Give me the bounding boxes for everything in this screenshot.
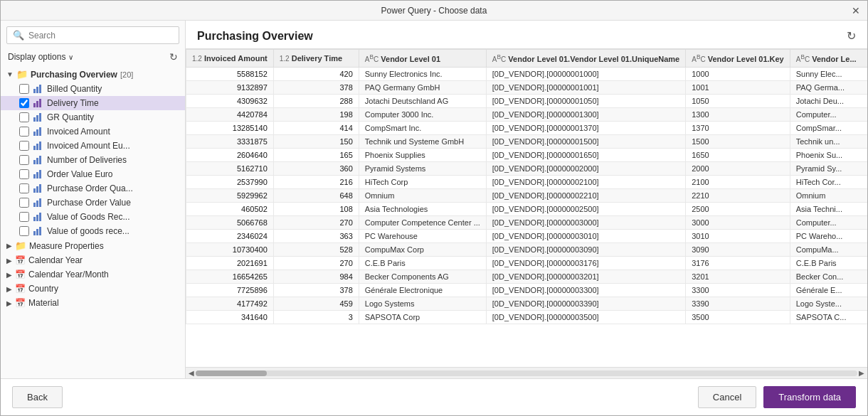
cell-invoiced: 2604640 — [186, 149, 274, 162]
checkbox-gr-quantity[interactable] — [19, 112, 29, 122]
tree-item-billed-quantity[interactable]: Billed Quantity — [1, 82, 185, 96]
col-header-unique-name[interactable]: ABC Vendor Level 01.Vendor Level 01.Uniq… — [486, 50, 685, 68]
table-row[interactable]: 9132897 378 PAQ Germany GmbH [0D_VENDOR]… — [186, 81, 868, 95]
cell-delivery: 165 — [273, 149, 359, 162]
table-row[interactable]: 5066768 270 Computer Competence Center .… — [186, 216, 868, 230]
tree-item-order-value-euro[interactable]: Order Value Euro — [1, 167, 185, 181]
checkbox-delivery-time[interactable] — [19, 98, 29, 108]
col-header-delivery-time[interactable]: 1.2 Delivery Time — [273, 50, 359, 68]
table-row[interactable]: 13285140 414 CompSmart Inc. [0D_VENDOR].… — [186, 122, 868, 135]
table-row[interactable]: 4177492 459 Logo Systems [0D_VENDOR].[00… — [186, 297, 868, 311]
checkbox-billed-quantity[interactable] — [19, 84, 29, 94]
subgroup-measure-properties[interactable]: ▶ 📁 Measure Properties — [1, 238, 185, 253]
cell-unique: [0D_VENDOR].[00000003500] — [486, 311, 685, 324]
refresh-icon[interactable]: ↻ — [169, 51, 178, 63]
display-options-label[interactable]: Display options ∨ — [8, 52, 73, 62]
subgroup-material[interactable]: ▶ 📅 Material — [1, 296, 185, 310]
panel-refresh-icon[interactable]: ↻ — [847, 29, 856, 43]
table-row[interactable]: 5929962 648 Omnium [0D_VENDOR].[00000002… — [186, 189, 868, 203]
scroll-thumb[interactable] — [196, 370, 267, 376]
item-label-number-of-deliveries: Number of Deliveries — [47, 155, 127, 165]
scroll-right-arrow[interactable]: ▶ — [857, 369, 866, 377]
scroll-left-arrow[interactable]: ◀ — [187, 369, 196, 377]
tree-item-invoiced-amount-eu[interactable]: Invoiced Amount Eu... — [1, 139, 185, 153]
checkbox-number-of-deliveries[interactable] — [19, 155, 29, 165]
tree-item-purchase-order-qua[interactable]: Purchase Order Qua... — [1, 181, 185, 196]
tree-item-value-of-goods-rec1[interactable]: Value of Goods Rec... — [1, 210, 185, 224]
table-row[interactable]: 16654265 984 Becker Components AG [0D_VE… — [186, 270, 868, 284]
cell-unique: [0D_VENDOR].[00000002000] — [486, 162, 685, 176]
col-header-invoiced-amount[interactable]: 1.2 Invoiced Amount — [186, 50, 274, 68]
search-input[interactable] — [28, 31, 173, 41]
data-table: 1.2 Invoiced Amount 1.2 Delivery Time AB… — [186, 49, 867, 324]
checkbox-purchase-order-qua[interactable] — [19, 183, 29, 193]
expand-arrow-icon: ▶ — [6, 242, 12, 250]
tree-item-delivery-time[interactable]: Delivery Time — [1, 96, 185, 110]
table-row[interactable]: 5162710 360 Pyramid Systems [0D_VENDOR].… — [186, 162, 868, 176]
tree-item-invoiced-amount[interactable]: Invoiced Amount — [1, 124, 185, 139]
subgroup-country[interactable]: ▶ 📅 Country — [1, 282, 185, 296]
cell-invoiced: 5162710 — [186, 162, 274, 176]
cell-key: 3090 — [686, 243, 790, 257]
checkbox-value-goods-rec2[interactable] — [19, 226, 29, 236]
tree-item-purchase-order-value[interactable]: Purchase Order Value — [1, 196, 185, 210]
table-row[interactable]: 2604640 165 Phoenix Supplies [0D_VENDOR]… — [186, 149, 868, 162]
footer: Back Cancel Transform data — [1, 378, 867, 415]
table-row[interactable]: 2021691 270 C.E.B Paris [0D_VENDOR].[000… — [186, 257, 868, 270]
table-row[interactable]: 5588152 420 Sunny Electronics Inc. [0D_V… — [186, 68, 868, 81]
item-label-delivery-time: Delivery Time — [47, 98, 99, 108]
group-purchasing-overview-header[interactable]: ▼ 📁 Purchasing Overview [20] — [1, 67, 185, 82]
subgroup-calendar-year-month[interactable]: ▶ 📅 Calendar Year/Month — [1, 267, 185, 282]
checkbox-purchase-order-value[interactable] — [19, 198, 29, 208]
scroll-track[interactable] — [196, 370, 857, 376]
checkbox-invoiced-amount[interactable] — [19, 127, 29, 137]
group-purchasing-overview: ▼ 📁 Purchasing Overview [20] Billed Quan… — [1, 67, 185, 238]
table-row[interactable]: 4309632 288 Jotachi Deutschland AG [0D_V… — [186, 95, 868, 108]
table-row[interactable]: 460502 108 Asia Technologies [0D_VENDOR]… — [186, 203, 868, 216]
cell-key: 1000 — [686, 68, 790, 81]
tree-item-value-of-goods-rec2[interactable]: Value of goods rece... — [1, 224, 185, 238]
tree-item-gr-quantity[interactable]: GR Quantity — [1, 110, 185, 124]
cell-key: 1500 — [686, 135, 790, 149]
cell-key: 1001 — [686, 81, 790, 95]
expand-arrow-icon: ▶ — [6, 257, 12, 265]
cell-invoiced: 3331875 — [186, 135, 274, 149]
tree-item-number-of-deliveries[interactable]: Number of Deliveries — [1, 153, 185, 167]
left-panel: 🔍 Display options ∨ ↻ ▼ 📁 Purchasin — [1, 21, 186, 378]
expand-arrow-icon: ▶ — [6, 271, 12, 279]
cell-short: Pyramid Sy... — [790, 162, 867, 176]
left-panel-tree: ▼ 📁 Purchasing Overview [20] Billed Quan… — [1, 67, 185, 378]
cell-invoiced: 7725896 — [186, 284, 274, 297]
cell-unique: [0D_VENDOR].[00000003201] — [486, 270, 685, 284]
subgroup-calendar-year[interactable]: ▶ 📅 Calendar Year — [1, 253, 185, 267]
cancel-button[interactable]: Cancel — [698, 386, 756, 408]
cell-short: Omnium — [790, 189, 867, 203]
cell-unique: [0D_VENDOR].[00000002210] — [486, 189, 685, 203]
table-row[interactable]: 10730400 528 CompuMax Corp [0D_VENDOR].[… — [186, 243, 868, 257]
back-button[interactable]: Back — [12, 386, 63, 408]
cell-delivery: 528 — [273, 243, 359, 257]
checkbox-value-goods-rec1[interactable] — [19, 212, 29, 222]
col-header-vendor-short[interactable]: ABC Vendor Le... — [790, 50, 867, 68]
cell-short: Technik un... — [790, 135, 867, 149]
data-table-wrapper[interactable]: 1.2 Invoiced Amount 1.2 Delivery Time AB… — [186, 48, 867, 367]
checkbox-order-value-euro[interactable] — [19, 169, 29, 179]
table-row[interactable]: 4420784 198 Computer 3000 Inc. [0D_VENDO… — [186, 108, 868, 122]
cell-delivery: 3 — [273, 311, 359, 324]
table-row[interactable]: 2537990 216 HiTech Corp [0D_VENDOR].[000… — [186, 176, 868, 189]
cell-invoiced: 13285140 — [186, 122, 274, 135]
table-row[interactable]: 7725896 378 Générale Electronique [0D_VE… — [186, 284, 868, 297]
cell-vendor: PC Warehouse — [359, 230, 486, 243]
cell-invoiced: 9132897 — [186, 81, 274, 95]
col-header-vendor-level[interactable]: ABC Vendor Level 01 — [359, 50, 486, 68]
cell-vendor: Computer Competence Center ... — [359, 216, 486, 230]
cell-unique: [0D_VENDOR].[00000003176] — [486, 257, 685, 270]
checkbox-invoiced-amount-eu[interactable] — [19, 141, 29, 151]
col-header-key[interactable]: ABC Vendor Level 01.Key — [686, 50, 790, 68]
close-button[interactable]: ✕ — [852, 5, 860, 16]
transform-data-button[interactable]: Transform data — [763, 386, 856, 408]
horizontal-scrollbar[interactable]: ◀ ▶ — [186, 367, 867, 378]
table-row[interactable]: 341640 3 SAPSOTA Corp [0D_VENDOR].[00000… — [186, 311, 868, 324]
table-row[interactable]: 3331875 150 Technik und Systeme GmbH [0D… — [186, 135, 868, 149]
table-row[interactable]: 2346024 363 PC Warehouse [0D_VENDOR].[00… — [186, 230, 868, 243]
